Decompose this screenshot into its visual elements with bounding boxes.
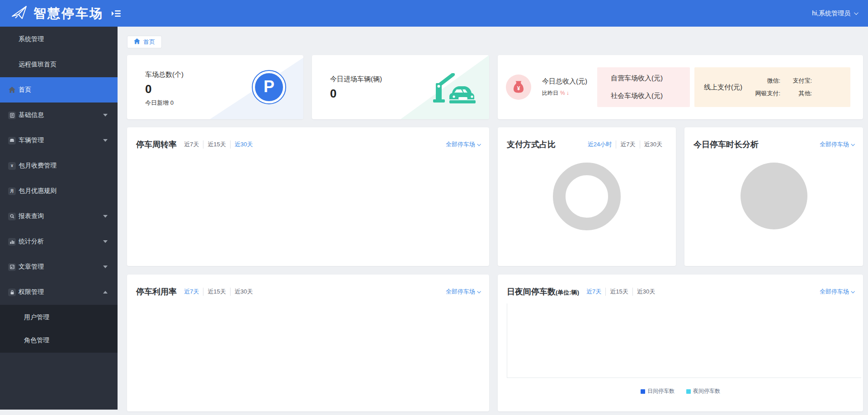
other-label: 其他:: [787, 89, 812, 98]
filter-30d[interactable]: 近30天: [644, 140, 662, 149]
home-icon: [8, 86, 16, 94]
filter-15d[interactable]: 近15天: [610, 288, 632, 296]
sidebar-item-system-management[interactable]: 系统管理: [0, 27, 118, 52]
chevron-up-icon: [103, 291, 108, 294]
sidebar-subitem-label: 角色管理: [24, 336, 49, 345]
chevron-down-icon: [851, 142, 854, 146]
legend-item-day[interactable]: 日间停车数: [641, 387, 675, 395]
sidebar-subitem-role-management[interactable]: 角色管理: [0, 329, 118, 352]
duration-title: 今日停车时长分析: [693, 139, 759, 150]
car-icon: [8, 137, 16, 145]
duration-pie-placeholder: [741, 163, 807, 229]
chevron-down-icon: [103, 114, 108, 117]
sidebar-item-vehicle-management[interactable]: 车辆管理: [0, 128, 118, 153]
sidebar-item-remote-duty-home[interactable]: 远程值班首页: [0, 52, 118, 77]
sidebar-item-label: 首页: [19, 86, 31, 94]
online-payment-label: 线上支付(元): [694, 83, 742, 92]
chevron-down-icon: [477, 289, 481, 293]
sidebar-item-article-management[interactable]: 文章管理: [0, 254, 118, 280]
parks-total-card: 车场总数(个) 0 今日新增 0 P: [127, 55, 303, 119]
main-content: 首页 车场总数(个) 0 今日新增 0 P 今日进场车辆(辆) 0: [118, 27, 868, 415]
sidebar-item-label: 统计分析: [19, 238, 44, 246]
money-icon: ¥: [8, 162, 16, 170]
menu-fold-icon[interactable]: [112, 9, 121, 18]
social-park-revenue-label: 社会车场收入(元): [611, 92, 690, 100]
home-icon: [134, 38, 140, 46]
sidebar-item-label: 远程值班首页: [19, 61, 57, 69]
legend-swatch-night: [686, 389, 691, 394]
day-night-filters: 近7天 近15天 近30天: [586, 288, 655, 296]
park-selector[interactable]: 全部停车场: [446, 288, 480, 296]
netbank-label: 网银支付:: [750, 89, 780, 98]
turnover-title: 停车周转率: [136, 139, 177, 150]
sidebar-subitem-label: 用户管理: [24, 313, 49, 322]
sidebar-item-basic-info[interactable]: 基础信息: [0, 103, 118, 128]
turnover-rate-card: 停车周转率 近7天 近15天 近30天 全部停车场: [127, 127, 489, 266]
park-selector[interactable]: 全部停车场: [446, 140, 480, 149]
chevron-down-icon: [103, 215, 108, 218]
filter-7d[interactable]: 近7天: [620, 140, 640, 149]
breadcrumb[interactable]: 首页: [127, 36, 162, 48]
sidebar-item-monthly-fee-management[interactable]: ¥ 包月收费管理: [0, 153, 118, 178]
sidebar-item-label: 基础信息: [19, 111, 44, 119]
filter-7d[interactable]: 近7天: [184, 288, 203, 296]
filter-24h[interactable]: 近24小时: [588, 140, 616, 149]
month-icon: 月: [8, 187, 16, 195]
filter-30d[interactable]: 近30天: [235, 288, 253, 296]
article-layout-icon: [8, 263, 16, 271]
user-menu[interactable]: hi,系统管理员: [812, 9, 857, 18]
revenue-compare: 比昨日%↓: [542, 89, 591, 97]
sidebar-item-statistics-analysis[interactable]: 统计分析: [0, 229, 118, 254]
online-payment-panel: 线上支付(元) 微信: 支付宝: 网银支付: 其他:: [694, 67, 850, 107]
day-night-legend: 日间停车数 夜间停车数: [498, 387, 863, 395]
filter-15d[interactable]: 近15天: [208, 140, 230, 149]
chevron-down-icon: [103, 266, 108, 268]
filter-30d[interactable]: 近30天: [235, 140, 253, 149]
empty-icon-slot: [8, 61, 16, 69]
today-revenue-card: ¥ 今日总收入(元) 比昨日%↓ 自营车场收入(元) 社会车场收入(元) 线上支…: [498, 55, 863, 119]
filter-15d[interactable]: 近15天: [208, 288, 230, 296]
money-bag-icon: ¥: [506, 75, 531, 100]
turnover-filters: 近7天 近15天 近30天: [184, 140, 253, 149]
sidebar-nav: 系统管理 远程值班首页 首页 基础信息 车辆管理: [0, 27, 118, 410]
sidebar-item-label: 包月优惠规则: [19, 187, 57, 195]
chevron-down-icon: [851, 289, 854, 293]
alipay-label: 支付宝:: [787, 77, 812, 85]
sidebar-item-label: 权限管理: [19, 288, 44, 296]
app-title: 智慧停车场: [33, 5, 104, 22]
chevron-down-icon: [103, 240, 108, 243]
today-entries-card: 今日进场车辆(辆) 0: [312, 55, 489, 119]
utilization-title: 停车利用率: [136, 286, 177, 297]
chevron-down-icon: [477, 142, 481, 146]
top-header: 智慧停车场 hi,系统管理员: [0, 0, 868, 27]
filter-7d[interactable]: 近7天: [586, 288, 606, 296]
sidebar-item-label: 文章管理: [19, 263, 44, 271]
legend-item-night[interactable]: 夜间停车数: [686, 387, 720, 395]
filter-30d[interactable]: 近30天: [637, 288, 655, 296]
sidebar-item-label: 报表查询: [19, 212, 44, 220]
sidebar-item-label: 车辆管理: [19, 136, 44, 145]
payment-ratio-title: 支付方式占比: [507, 139, 556, 150]
search-icon: [8, 213, 16, 220]
park-selector[interactable]: 全部停车场: [820, 288, 854, 296]
lock-icon: [8, 289, 16, 296]
duration-analysis-card: 今日停车时长分析 全部停车场: [684, 127, 863, 266]
parking-p-icon: P: [252, 70, 286, 104]
day-night-title: 日夜间停车数(单位:辆): [507, 286, 579, 297]
sidebar-item-label: 包月收费管理: [19, 162, 57, 170]
document-icon: [8, 112, 16, 119]
wechat-label: 微信:: [750, 77, 780, 85]
park-selector[interactable]: 全部停车场: [820, 140, 854, 149]
sidebar-subitem-user-management[interactable]: 用户管理: [0, 306, 118, 329]
sidebar-item-monthly-discount-rules[interactable]: 月 包月优惠规则: [0, 178, 118, 204]
breadcrumb-home-label: 首页: [143, 38, 155, 46]
filter-7d[interactable]: 近7天: [184, 140, 203, 149]
svg-text:¥: ¥: [517, 85, 520, 92]
sidebar-item-permission-management[interactable]: 权限管理: [0, 280, 118, 305]
own-park-revenue-label: 自营车场收入(元): [611, 74, 690, 83]
payment-donut-placeholder: [553, 163, 621, 230]
sidebar-item-home[interactable]: 首页: [0, 77, 118, 103]
arrow-down-icon: ↓: [566, 90, 569, 96]
legend-swatch-day: [641, 389, 645, 394]
sidebar-item-report-query[interactable]: 报表查询: [0, 204, 118, 229]
